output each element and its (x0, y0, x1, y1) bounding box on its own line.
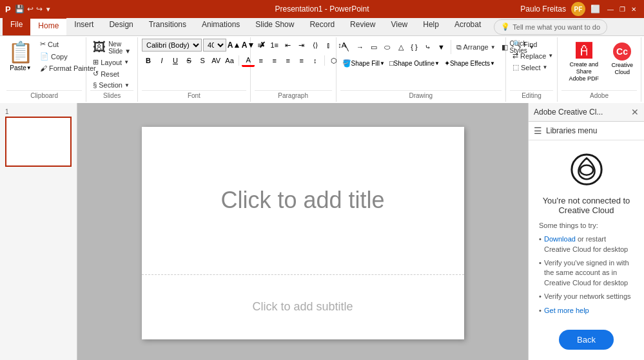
shape-effects-button[interactable]: ✦ Shape Effects ▼ (442, 57, 497, 70)
cc-panel-close-button[interactable]: ✕ (631, 107, 639, 117)
shape-more-button[interactable]: ▼ (435, 41, 448, 53)
strikethrough-button[interactable]: S (182, 54, 195, 67)
shape-connector-button[interactable]: ⤷ (422, 41, 434, 53)
tab-acrobat[interactable]: Acrobat (447, 17, 489, 35)
justify-button[interactable]: ≡ (295, 54, 308, 67)
tab-insert[interactable]: Insert (66, 17, 101, 35)
change-case-button[interactable]: Aa (223, 54, 236, 67)
slide-number-label: 1 (5, 108, 72, 115)
layout-dropdown-icon: ▼ (124, 59, 129, 65)
slide-title-area[interactable]: Click to add title (142, 127, 464, 275)
tab-animations[interactable]: Animations (194, 17, 248, 35)
slide-subtitle-area[interactable]: Click to add subtitle (142, 275, 464, 339)
tab-record[interactable]: Record (302, 17, 342, 35)
paste-dropdown-icon[interactable]: ▼ (26, 65, 32, 71)
avatar[interactable]: PF (571, 2, 585, 16)
tab-view[interactable]: View (383, 17, 415, 35)
paste-button[interactable]: 📋 Paste ▼ (6, 39, 35, 72)
cc-things-title: Some things to try: (539, 222, 598, 229)
cut-label: Cut (48, 41, 59, 48)
italic-button[interactable]: I (155, 54, 168, 67)
align-right-button[interactable]: ≡ (282, 54, 295, 67)
creative-cloud-button[interactable]: Cc CreativeCloud (607, 39, 637, 79)
tab-file[interactable]: File (3, 17, 30, 35)
shape-line-button[interactable]: ╲ (340, 41, 353, 53)
reset-button[interactable]: ↺ Reset (90, 68, 133, 79)
tell-me-search[interactable]: 💡 Tell me what you want to do (494, 19, 607, 35)
shape-triangle-button[interactable]: △ (395, 41, 407, 53)
maximize-button[interactable]: ❐ (617, 4, 627, 14)
decrease-indent-button[interactable]: ⇤ (282, 39, 295, 52)
increase-font-size-button[interactable]: A▲ (228, 39, 240, 52)
slide-panel: 1 (0, 103, 77, 360)
smartart-button[interactable]: ⟨⟩ (309, 39, 322, 52)
undo-icon[interactable]: ↩ (27, 5, 34, 14)
shape-oval-button[interactable]: ⬭ (381, 41, 394, 53)
character-spacing-button[interactable]: AV (210, 54, 222, 67)
select-button[interactable]: ⬚ Select ▼ (510, 62, 551, 73)
ribbon-display-icon[interactable]: ⬜ (590, 5, 600, 14)
layout-button[interactable]: ⊞ Layout ▼ (90, 57, 133, 68)
tab-review[interactable]: Review (342, 17, 383, 35)
tab-help[interactable]: Help (415, 17, 447, 35)
redo-icon[interactable]: ↪ (36, 5, 43, 14)
creative-cloud-icon: Cc (612, 41, 632, 62)
adobe-group-label: Adobe (561, 90, 637, 100)
user-name: Paulo Freitas (520, 5, 566, 14)
font-size-select[interactable]: 40 (203, 39, 226, 52)
line-spacing-button[interactable]: ↕ (309, 54, 322, 67)
slide-canvas[interactable]: Click to add title Click to add subtitle (142, 127, 464, 339)
new-slide-button[interactable]: 🖼 New Slide ▼ (90, 39, 133, 56)
copy-label: Copy (51, 53, 68, 61)
cc-menu-icon[interactable]: ☰ (534, 126, 542, 136)
cc-get-help-link[interactable]: Get more help (544, 307, 589, 314)
arrange-button[interactable]: ⧉ Arrange ▼ (454, 42, 498, 53)
layout-icon: ⊞ (93, 58, 99, 66)
slides-group-label: Slides (90, 90, 133, 100)
tab-home[interactable]: Home (30, 17, 66, 35)
editing-group-label: Editing (510, 90, 553, 100)
increase-indent-button[interactable]: ⇥ (295, 39, 308, 52)
shape-fill-button[interactable]: 🪣 Shape Fill ▼ (340, 57, 387, 70)
bold-button[interactable]: B (142, 54, 155, 67)
shape-rect-button[interactable]: ▭ (367, 41, 380, 53)
cc-label: CreativeCloud (611, 62, 633, 76)
close-button[interactable]: ✕ (629, 4, 639, 14)
align-center-button[interactable]: ≡ (268, 54, 281, 67)
font-family-select[interactable]: Calibri (Body) (142, 39, 202, 52)
app-logo: P (5, 5, 11, 14)
cc-back-button[interactable]: Back (559, 330, 614, 350)
shape-effects-icon: ✦ (444, 59, 450, 68)
underline-button[interactable]: U (169, 54, 182, 67)
find-button[interactable]: 🔍 Find (510, 39, 540, 50)
create-share-pdf-button[interactable]: 🅰 Create and ShareAdobe PDF (561, 39, 606, 84)
section-icon: § (93, 81, 97, 89)
customize-icon[interactable]: ▼ (45, 6, 52, 13)
columns-button[interactable]: ⫿ (322, 39, 335, 52)
canvas-area[interactable]: Click to add title Click to add subtitle (77, 103, 528, 360)
align-left-button[interactable]: ≡ (255, 54, 268, 67)
drawing-group-label: Drawing (340, 90, 502, 100)
slide-title-placeholder[interactable]: Click to add title (220, 187, 384, 214)
cc-download-link[interactable]: Download (544, 235, 576, 243)
slide-subtitle-placeholder[interactable]: Click to add subtitle (252, 300, 353, 314)
minimize-button[interactable]: — (605, 4, 616, 14)
title-bar: P 💾 ↩ ↪ ▼ Presentation1 - PowerPoint Pau… (0, 0, 644, 18)
slide-thumbnail-1[interactable] (5, 117, 72, 167)
main-container: 1 Click to add title Click to add subtit… (0, 103, 644, 360)
ribbon-group-slides: 🖼 New Slide ▼ ⊞ Layout ▼ ↺ Reset (86, 37, 138, 102)
section-button[interactable]: § Section ▼ (90, 80, 133, 90)
shape-brace-button[interactable]: { } (408, 41, 421, 53)
tab-design[interactable]: Design (101, 17, 141, 35)
shadow-button[interactable]: S (196, 54, 209, 67)
save-icon[interactable]: 💾 (15, 5, 24, 14)
cc-panel-toolbar: ☰ Libraries menu (529, 122, 644, 140)
tab-slideshow[interactable]: Slide Show (248, 17, 302, 35)
bullets-button[interactable]: ≡• (255, 39, 268, 52)
create-share-label: Create and ShareAdobe PDF (567, 61, 601, 82)
replace-button[interactable]: ⇄ Replace ▼ (510, 50, 556, 61)
shape-outline-button[interactable]: □ Shape Outline ▼ (387, 57, 442, 70)
numbering-button[interactable]: 1≡ (268, 39, 281, 52)
tab-transitions[interactable]: Transitions (141, 17, 194, 35)
shape-arrow-button[interactable]: → (354, 41, 367, 53)
